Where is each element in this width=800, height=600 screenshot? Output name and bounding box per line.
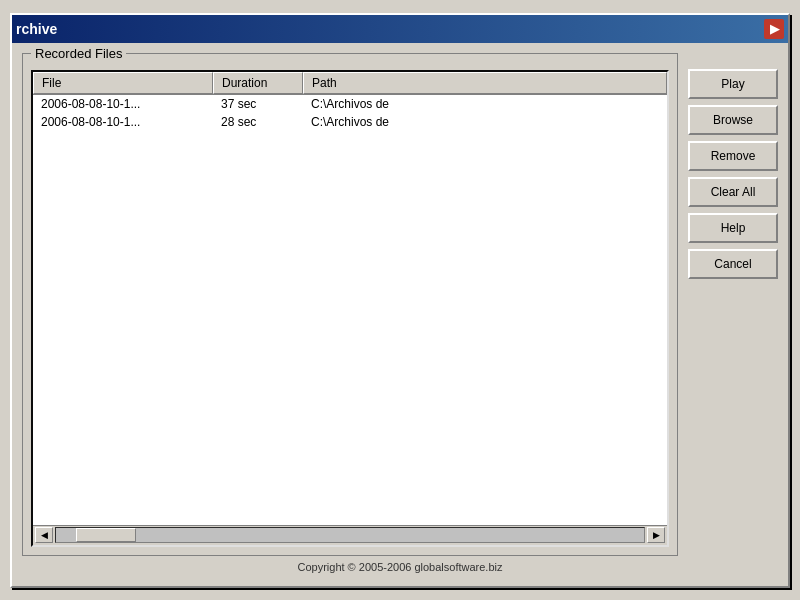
- help-button[interactable]: Help: [688, 213, 778, 243]
- scroll-right-button[interactable]: ▶: [647, 527, 665, 543]
- column-header-duration[interactable]: Duration: [213, 72, 303, 94]
- cell-path-0: C:\Archivos de: [303, 95, 667, 113]
- play-button[interactable]: Play: [688, 69, 778, 99]
- cell-duration-1: 28 sec: [213, 113, 303, 131]
- copyright-text: Copyright © 2005-2006 globalsoftware.biz: [297, 561, 502, 573]
- browse-button[interactable]: Browse: [688, 105, 778, 135]
- cell-file-1: 2006-08-08-10-1...: [33, 113, 213, 131]
- footer: Copyright © 2005-2006 globalsoftware.biz: [22, 556, 778, 576]
- clear-all-button[interactable]: Clear All: [688, 177, 778, 207]
- remove-button[interactable]: Remove: [688, 141, 778, 171]
- column-header-path[interactable]: Path: [303, 72, 667, 94]
- table-row[interactable]: 2006-08-08-10-1... 28 sec C:\Archivos de: [33, 113, 667, 131]
- content-area: Recorded Files File Duration Path: [22, 53, 778, 556]
- files-table: File Duration Path 2006-08-08-10-1...: [31, 70, 669, 547]
- table-header: File Duration Path: [33, 72, 667, 95]
- table-body: 2006-08-08-10-1... 37 sec C:\Archivos de…: [33, 95, 667, 525]
- buttons-panel: Play Browse Remove Clear All Help Cancel: [688, 53, 778, 556]
- title-bar: rchive ▶: [12, 15, 788, 43]
- cell-duration-0: 37 sec: [213, 95, 303, 113]
- scroll-thumb[interactable]: [76, 528, 136, 542]
- recorded-files-group: Recorded Files File Duration Path: [22, 53, 678, 556]
- cancel-button[interactable]: Cancel: [688, 249, 778, 279]
- window-body: Recorded Files File Duration Path: [12, 43, 788, 586]
- group-label: Recorded Files: [31, 46, 126, 61]
- cell-file-0: 2006-08-08-10-1...: [33, 95, 213, 113]
- cell-path-1: C:\Archivos de: [303, 113, 667, 131]
- scroll-left-button[interactable]: ◀: [35, 527, 53, 543]
- scroll-track[interactable]: [55, 527, 645, 543]
- close-button[interactable]: ▶: [764, 19, 784, 39]
- column-header-file[interactable]: File: [33, 72, 213, 94]
- window-title: rchive: [16, 21, 57, 37]
- archive-window: rchive ▶ Recorded Files File Duration: [10, 13, 790, 588]
- table-row[interactable]: 2006-08-08-10-1... 37 sec C:\Archivos de: [33, 95, 667, 113]
- horizontal-scrollbar: ◀ ▶: [33, 525, 667, 545]
